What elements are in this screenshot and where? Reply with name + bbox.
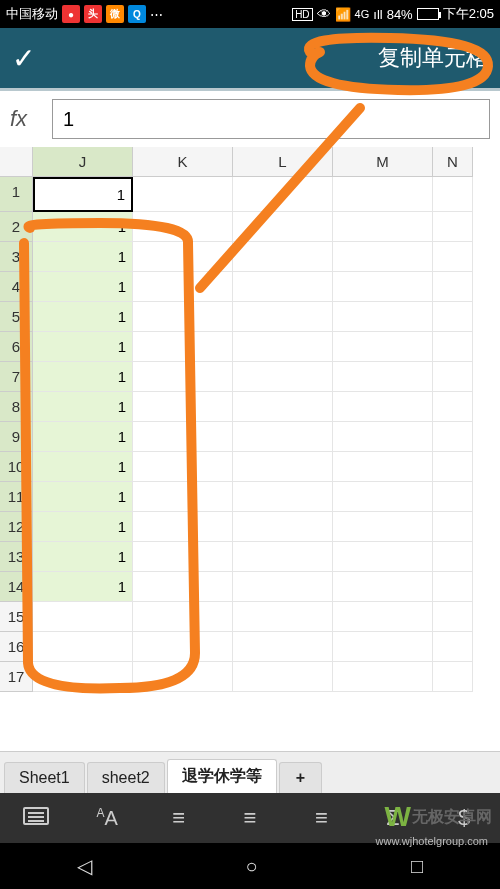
keyboard-icon[interactable] — [20, 805, 52, 831]
cell[interactable] — [433, 512, 473, 542]
cell[interactable] — [433, 272, 473, 302]
cell[interactable] — [133, 362, 233, 392]
cell[interactable] — [133, 272, 233, 302]
cell[interactable] — [333, 302, 433, 332]
cell[interactable] — [233, 482, 333, 512]
cell[interactable] — [233, 392, 333, 422]
cell[interactable] — [333, 212, 433, 242]
confirm-button[interactable]: ✓ — [12, 42, 35, 75]
home-button[interactable]: ○ — [245, 855, 257, 878]
col-header-j[interactable]: J — [33, 147, 133, 177]
cell[interactable] — [333, 662, 433, 692]
cell[interactable]: 1 — [33, 422, 133, 452]
cell[interactable] — [233, 242, 333, 272]
cell[interactable]: 1 — [33, 542, 133, 572]
spreadsheet-grid[interactable]: J K L M N 112131415161718191101111121131… — [0, 147, 500, 751]
cell[interactable] — [133, 632, 233, 662]
cell[interactable] — [333, 177, 433, 212]
cell[interactable] — [433, 332, 473, 362]
row-header[interactable]: 2 — [0, 212, 33, 242]
cell[interactable] — [433, 542, 473, 572]
cell[interactable] — [233, 177, 333, 212]
row-header[interactable]: 14 — [0, 572, 33, 602]
cell[interactable] — [133, 602, 233, 632]
cell[interactable] — [133, 212, 233, 242]
row-header[interactable]: 1 — [0, 177, 33, 212]
row-header[interactable]: 3 — [0, 242, 33, 272]
cell[interactable] — [233, 302, 333, 332]
cell[interactable]: 1 — [33, 362, 133, 392]
cell[interactable] — [333, 512, 433, 542]
cell[interactable] — [333, 602, 433, 632]
cell[interactable] — [133, 392, 233, 422]
cell[interactable]: 1 — [33, 332, 133, 362]
cell[interactable] — [433, 212, 473, 242]
cell[interactable]: 1 — [33, 212, 133, 242]
cell[interactable]: 1 — [33, 177, 133, 212]
cell[interactable] — [33, 662, 133, 692]
cell[interactable] — [333, 422, 433, 452]
row-header[interactable]: 5 — [0, 302, 33, 332]
align-left-icon[interactable]: ≡ — [163, 805, 195, 831]
cell[interactable] — [433, 302, 473, 332]
cell[interactable] — [433, 177, 473, 212]
cell[interactable] — [433, 242, 473, 272]
cell[interactable] — [333, 362, 433, 392]
col-header-l[interactable]: L — [233, 147, 333, 177]
cell[interactable]: 1 — [33, 572, 133, 602]
cell[interactable] — [233, 632, 333, 662]
cell[interactable] — [133, 482, 233, 512]
cell[interactable] — [133, 177, 233, 212]
row-header[interactable]: 13 — [0, 542, 33, 572]
row-header[interactable]: 8 — [0, 392, 33, 422]
cell[interactable] — [433, 602, 473, 632]
row-header[interactable]: 9 — [0, 422, 33, 452]
row-header[interactable]: 15 — [0, 602, 33, 632]
row-header[interactable]: 10 — [0, 452, 33, 482]
cell[interactable] — [433, 482, 473, 512]
tab-sheet1[interactable]: Sheet1 — [4, 762, 85, 793]
align-center-icon[interactable]: ≡ — [234, 805, 266, 831]
cell[interactable] — [433, 452, 473, 482]
row-header[interactable]: 11 — [0, 482, 33, 512]
row-header[interactable]: 6 — [0, 332, 33, 362]
cell[interactable] — [133, 422, 233, 452]
cell[interactable] — [333, 452, 433, 482]
col-header-k[interactable]: K — [133, 147, 233, 177]
row-header[interactable]: 4 — [0, 272, 33, 302]
select-all-corner[interactable] — [0, 147, 33, 177]
cell[interactable] — [433, 662, 473, 692]
cell[interactable] — [333, 242, 433, 272]
tab-sheet2[interactable]: sheet2 — [87, 762, 165, 793]
row-header[interactable]: 17 — [0, 662, 33, 692]
col-header-m[interactable]: M — [333, 147, 433, 177]
cell[interactable] — [333, 542, 433, 572]
cell[interactable] — [333, 482, 433, 512]
row-header[interactable]: 12 — [0, 512, 33, 542]
copy-cell-option[interactable]: 复制单元格 — [378, 43, 488, 73]
cell[interactable] — [133, 302, 233, 332]
cell[interactable]: 1 — [33, 482, 133, 512]
cell[interactable] — [433, 392, 473, 422]
fx-label[interactable]: fx — [10, 106, 42, 132]
cell[interactable]: 1 — [33, 452, 133, 482]
cell[interactable] — [433, 572, 473, 602]
row-header[interactable]: 16 — [0, 632, 33, 662]
cell[interactable] — [233, 452, 333, 482]
cell[interactable] — [233, 362, 333, 392]
cell[interactable] — [233, 512, 333, 542]
cell[interactable] — [433, 362, 473, 392]
cell[interactable] — [33, 602, 133, 632]
cell[interactable] — [133, 242, 233, 272]
cell[interactable] — [333, 392, 433, 422]
recent-button[interactable]: □ — [411, 855, 423, 878]
cell[interactable] — [233, 542, 333, 572]
cell[interactable] — [133, 572, 233, 602]
cell[interactable]: 1 — [33, 302, 133, 332]
tab-dropout[interactable]: 退学休学等 — [167, 759, 277, 793]
cell[interactable] — [133, 332, 233, 362]
cell[interactable] — [333, 272, 433, 302]
cell[interactable] — [133, 542, 233, 572]
align-right-icon[interactable]: ≡ — [305, 805, 337, 831]
cell[interactable]: 1 — [33, 512, 133, 542]
